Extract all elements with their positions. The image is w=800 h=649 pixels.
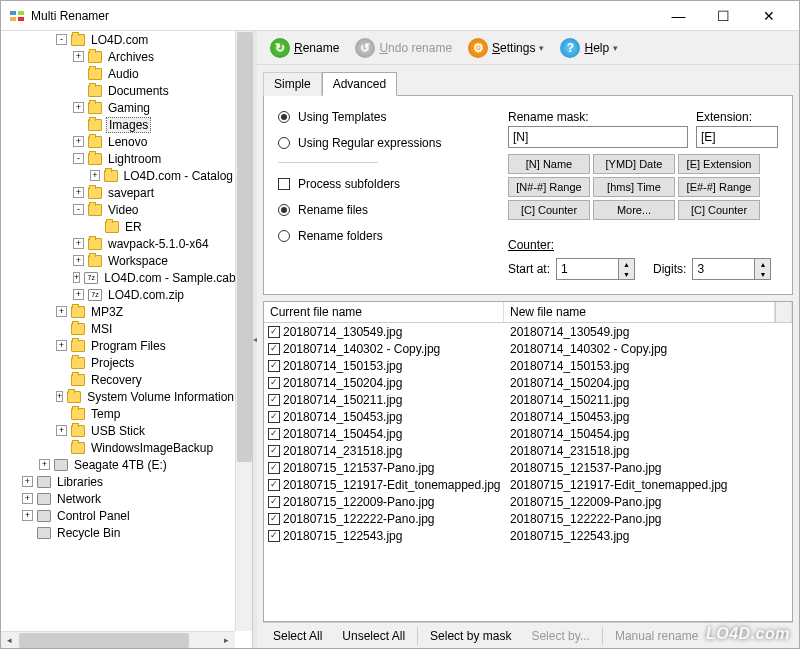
expand-icon[interactable]: + (73, 255, 84, 266)
tree-item[interactable]: +Program Files (1, 337, 235, 354)
file-list-body[interactable]: ✓20180714_130549.jpg20180714_130549.jpg✓… (264, 323, 792, 621)
tree-item[interactable]: +Control Panel (1, 507, 235, 524)
expand-icon[interactable]: + (56, 306, 67, 317)
tree-item[interactable]: +7zLO4D.com - Sample.cab (1, 269, 235, 286)
collapse-icon[interactable]: - (56, 34, 67, 45)
tab-advanced[interactable]: Advanced (322, 72, 397, 96)
tree-item[interactable]: -Lightroom (1, 150, 235, 167)
tree-item[interactable]: +Archives (1, 48, 235, 65)
file-row[interactable]: ✓20180715_122222-Pano.jpg20180715_122222… (264, 510, 792, 527)
tree-item[interactable]: +System Volume Information (1, 388, 235, 405)
select-all-button[interactable]: Select All (263, 625, 332, 647)
btn-counter-e[interactable]: [C] Counter (678, 200, 760, 220)
select-by-button[interactable]: Select by... (521, 625, 599, 647)
spin-down-icon[interactable]: ▼ (755, 269, 770, 279)
btn-date[interactable]: [YMD] Date (593, 154, 675, 174)
mask-input[interactable] (508, 126, 688, 148)
file-row[interactable]: ✓20180714_150204.jpg20180714_150204.jpg (264, 374, 792, 391)
tree-item[interactable]: Recovery (1, 371, 235, 388)
select-by-mask-button[interactable]: Select by mask (420, 625, 521, 647)
expand-icon[interactable]: + (73, 272, 80, 283)
expand-icon[interactable]: + (22, 510, 33, 521)
col-new[interactable]: New file name (504, 302, 775, 322)
radio-regex[interactable]: Using Regular expressions (278, 136, 488, 150)
tree-item[interactable]: +savepart (1, 184, 235, 201)
tree-item[interactable]: +7zLO4D.com.zip (1, 286, 235, 303)
file-row[interactable]: ✓20180714_231518.jpg20180714_231518.jpg (264, 442, 792, 459)
btn-range-e[interactable]: [E#-#] Range (678, 177, 760, 197)
row-checkbox[interactable]: ✓ (268, 530, 280, 542)
tree-item[interactable]: +Workspace (1, 252, 235, 269)
tree-item[interactable]: +Gaming (1, 99, 235, 116)
expand-icon[interactable]: + (73, 51, 84, 62)
check-subfolders[interactable]: Process subfolders (278, 177, 488, 191)
settings-button[interactable]: ⚙ Settings (461, 33, 551, 63)
file-row[interactable]: ✓20180715_121917-Edit_tonemapped.jpg2018… (264, 476, 792, 493)
expand-icon[interactable]: + (56, 340, 67, 351)
row-checkbox[interactable]: ✓ (268, 496, 280, 508)
row-checkbox[interactable]: ✓ (268, 411, 280, 423)
expand-icon[interactable]: + (56, 391, 63, 402)
undo-button[interactable]: ↺ Undo rename (348, 33, 459, 63)
btn-name[interactable]: [N] Name (508, 154, 590, 174)
tree-item[interactable]: Audio (1, 65, 235, 82)
expand-icon[interactable]: + (22, 476, 33, 487)
tree-item[interactable]: Projects (1, 354, 235, 371)
tree-item[interactable]: +Libraries (1, 473, 235, 490)
tree-item[interactable]: +wavpack-5.1.0-x64 (1, 235, 235, 252)
rename-button[interactable]: ↻ Rename (263, 33, 346, 63)
ext-input[interactable] (696, 126, 778, 148)
unselect-all-button[interactable]: Unselect All (332, 625, 415, 647)
expand-icon[interactable]: + (73, 289, 84, 300)
file-row[interactable]: ✓20180714_150453.jpg20180714_150453.jpg (264, 408, 792, 425)
file-row[interactable]: ✓20180714_150153.jpg20180714_150153.jpg (264, 357, 792, 374)
file-row[interactable]: ✓20180714_150211.jpg20180714_150211.jpg (264, 391, 792, 408)
file-row[interactable]: ✓20180715_122543.jpg20180715_122543.jpg (264, 527, 792, 544)
manual-rename-button[interactable]: Manual rename (605, 625, 708, 647)
digits-spinner[interactable]: ▲▼ (692, 258, 771, 280)
row-checkbox[interactable]: ✓ (268, 326, 280, 338)
digits-input[interactable] (692, 258, 754, 280)
tree-item[interactable]: +LO4D.com - Catalog (1, 167, 235, 184)
tree-item[interactable]: -Video (1, 201, 235, 218)
tree-item[interactable]: Documents (1, 82, 235, 99)
tree-item[interactable]: +Seagate 4TB (E:) (1, 456, 235, 473)
tree-item[interactable]: ER (1, 218, 235, 235)
tree-item[interactable]: MSI (1, 320, 235, 337)
collapse-icon[interactable]: - (73, 204, 84, 215)
file-row[interactable]: ✓20180714_150454.jpg20180714_150454.jpg (264, 425, 792, 442)
row-checkbox[interactable]: ✓ (268, 479, 280, 491)
row-checkbox[interactable]: ✓ (268, 360, 280, 372)
tree-item[interactable]: +MP3Z (1, 303, 235, 320)
row-checkbox[interactable]: ✓ (268, 394, 280, 406)
tree-item[interactable]: Temp (1, 405, 235, 422)
tree-item[interactable]: WindowsImageBackup (1, 439, 235, 456)
spin-up-icon[interactable]: ▲ (755, 259, 770, 269)
expand-icon[interactable]: + (73, 136, 84, 147)
titlebar[interactable]: Multi Renamer — ☐ ✕ (1, 1, 799, 31)
row-checkbox[interactable]: ✓ (268, 343, 280, 355)
file-row[interactable]: ✓20180714_140302 - Copy.jpg20180714_1403… (264, 340, 792, 357)
expand-icon[interactable]: + (56, 425, 67, 436)
maximize-button[interactable]: ☐ (701, 2, 746, 30)
row-checkbox[interactable]: ✓ (268, 377, 280, 389)
btn-time[interactable]: [hms] Time (593, 177, 675, 197)
btn-range-n[interactable]: [N#-#] Range (508, 177, 590, 197)
radio-rename-files[interactable]: Rename files (278, 203, 488, 217)
row-checkbox[interactable]: ✓ (268, 445, 280, 457)
collapse-icon[interactable]: - (73, 153, 84, 164)
btn-counter[interactable]: [C] Counter (508, 200, 590, 220)
start-input[interactable] (556, 258, 618, 280)
btn-ext[interactable]: [E] Extension (678, 154, 760, 174)
tree-item[interactable]: Images (1, 116, 235, 133)
close-button[interactable]: ✕ (746, 2, 791, 30)
file-row[interactable]: ✓20180715_121537-Pano.jpg20180715_121537… (264, 459, 792, 476)
tree-item[interactable]: -LO4D.com (1, 31, 235, 48)
minimize-button[interactable]: — (656, 2, 701, 30)
radio-templates[interactable]: Using Templates (278, 110, 488, 124)
spin-down-icon[interactable]: ▼ (619, 269, 634, 279)
tree-item[interactable]: +Lenovo (1, 133, 235, 150)
tree-item[interactable]: Recycle Bin (1, 524, 235, 541)
start-spinner[interactable]: ▲▼ (556, 258, 635, 280)
tab-simple[interactable]: Simple (263, 72, 322, 96)
